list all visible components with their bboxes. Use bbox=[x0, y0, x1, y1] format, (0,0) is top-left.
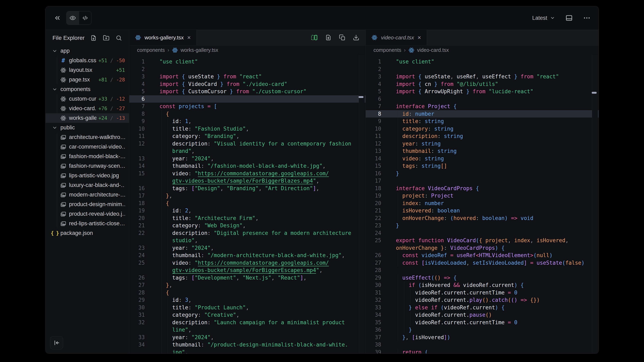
tree-file-package.json[interactable]: { }package.json bbox=[46, 228, 129, 238]
tree-file-video-card.tsx[interactable]: video-card.tsx+76 / -27 bbox=[46, 104, 129, 113]
code-line[interactable]: 29 id: 3, bbox=[129, 296, 366, 304]
code-line[interactable]: 38 bbox=[366, 341, 599, 349]
preview-toggle-button[interactable] bbox=[66, 11, 79, 24]
code-line[interactable]: 27 }, bbox=[129, 281, 366, 289]
version-dropdown[interactable]: Latest bbox=[532, 15, 555, 21]
code-line[interactable]: 15 video: "https://commondatastorage.goo… bbox=[129, 170, 366, 177]
code-line[interactable]: 24 thumbnail: "/modern-architecture-blac… bbox=[129, 252, 366, 259]
tree-file-architecture-walkthro[interactable]: architecture-walkthro… bbox=[46, 132, 129, 142]
tree-file-modern-architecture[interactable]: modern-architecture-… bbox=[46, 190, 129, 200]
file-diff-icon[interactable] bbox=[325, 34, 332, 41]
collapse-sidebar-icon[interactable] bbox=[54, 14, 61, 22]
code-line[interactable]: 34 thumbnail: "/product-design-minimalis… bbox=[129, 341, 366, 349]
code-line[interactable]: 25export function VideoCard({ project, i… bbox=[366, 237, 599, 244]
code-line[interactable]: 20 title: "Architecture Firm", bbox=[129, 214, 366, 222]
code-line[interactable]: 3import { useState } from "react" bbox=[129, 73, 366, 80]
tree-file-page.tsx[interactable]: page.tsx+81 / -28 bbox=[46, 75, 129, 84]
tab-close-icon[interactable]: × bbox=[418, 34, 421, 41]
code-line[interactable]: 34 videoRef.current.pause() bbox=[366, 311, 599, 319]
code-line[interactable]: 27 const [isVideoLoaded, setIsVideoLoade… bbox=[366, 259, 599, 267]
code-line[interactable]: 16 tags: ["Design", "Branding", "Art Dir… bbox=[129, 185, 366, 192]
code-line[interactable]: 12 year: string bbox=[366, 140, 599, 148]
code-line[interactable]: 14 thumbnail: "/fashion-model-black-and-… bbox=[129, 162, 366, 170]
scrollbar-track[interactable] bbox=[592, 55, 598, 354]
code-line[interactable]: 15 tags: string[] bbox=[366, 162, 599, 170]
code-line[interactable]: jpg", bbox=[129, 349, 366, 354]
breadcrumb-folder[interactable]: components bbox=[137, 47, 165, 53]
new-file-icon[interactable] bbox=[90, 35, 97, 41]
tab-works-gallery[interactable]: works-gallery.tsx × bbox=[129, 30, 197, 45]
code-line[interactable]: 22 onHoverChange: (hovered: boolean) => … bbox=[366, 214, 599, 222]
code-line[interactable]: 7const projects = [ bbox=[129, 103, 366, 110]
tree-file-red-lips-artistic-close[interactable]: red-lips-artistic-close… bbox=[46, 219, 129, 228]
code-line[interactable]: studio", bbox=[129, 237, 366, 244]
code-line[interactable]: 39 return ( bbox=[366, 349, 599, 354]
code-line[interactable]: gtv-videos-bucket/sample/ForBiggerEscape… bbox=[129, 267, 366, 274]
code-line[interactable]: line", bbox=[129, 326, 366, 334]
code-line[interactable]: 8 { bbox=[129, 110, 366, 118]
code-line[interactable]: 19 id: 2, bbox=[129, 207, 366, 214]
collapse-panel-button[interactable] bbox=[50, 336, 63, 349]
code-line[interactable]: 11 category: "Branding", bbox=[129, 132, 366, 140]
search-icon[interactable] bbox=[116, 35, 122, 41]
tree-folder-public[interactable]: public bbox=[46, 123, 129, 132]
tree-file-fashion-runway-scen[interactable]: fashion-runway-scen… bbox=[46, 161, 129, 171]
tree-file-globals.css[interactable]: #globals.css+51 / -50 bbox=[46, 56, 129, 65]
code-line[interactable]: 29 useEffect(() => { bbox=[366, 274, 599, 282]
code-line[interactable]: 3import { useState, useRef, useEffect } … bbox=[366, 73, 599, 80]
tree-file-custom-curs[interactable]: custom-curs…+33 / -12 bbox=[46, 94, 129, 104]
code-line[interactable]: 11 description: string bbox=[366, 132, 599, 140]
breadcrumb-folder[interactable]: components bbox=[374, 47, 401, 53]
code-line[interactable]: 30 if (isHovered && videoRef.current) { bbox=[366, 281, 599, 289]
code-line[interactable]: 12 description: "Visual identity for a c… bbox=[129, 140, 366, 148]
copy-icon[interactable] bbox=[339, 34, 346, 41]
code-line[interactable]: 18 { bbox=[129, 200, 366, 207]
code-line[interactable]: 35 videoRef.current.currentTime = 0 bbox=[366, 319, 599, 326]
code-line[interactable]: 7interface Project { bbox=[366, 103, 599, 110]
code-line[interactable]: 23} bbox=[366, 222, 599, 229]
code-line[interactable]: 28 bbox=[366, 267, 599, 274]
download-icon[interactable] bbox=[353, 34, 359, 41]
breadcrumb-file[interactable]: works-gallery.tsx bbox=[181, 47, 218, 53]
tree-file-works-galler[interactable]: works-galler…+24 / -13 bbox=[46, 113, 129, 123]
code-line[interactable]: 22 description: "Digital presence for a … bbox=[129, 229, 366, 237]
code-line[interactable]: 32 videoRef.current.play().catch(() => {… bbox=[366, 296, 599, 304]
ellipsis-menu-icon[interactable] bbox=[583, 14, 590, 22]
code-line[interactable]: 28 { bbox=[129, 289, 366, 297]
scrollbar-track[interactable] bbox=[359, 55, 365, 354]
code-line[interactable]: 26 const videoRef = useRef<HTMLVideoElem… bbox=[366, 252, 599, 259]
code-line[interactable]: 21 isHovered: boolean bbox=[366, 207, 599, 214]
code-editor-video-card[interactable]: 1"use client"23import { useState, useRef… bbox=[366, 55, 599, 354]
scrollbar-thumb[interactable] bbox=[358, 96, 364, 98]
code-line[interactable]: 25 video: "https://commondatastorage.goo… bbox=[129, 259, 366, 267]
tab-close-icon[interactable]: × bbox=[187, 34, 191, 41]
tree-file-lips-artistic-video.jpg[interactable]: lips-artistic-video.jpg bbox=[46, 171, 129, 180]
tree-file-layout.tsx[interactable]: layout.tsx+51 bbox=[46, 65, 129, 75]
code-line[interactable]: 4import { VideoCard } from "./video-card… bbox=[129, 80, 366, 88]
tab-video-card[interactable]: video-card.tsx × bbox=[366, 30, 427, 45]
tree-file-fashion-model-black[interactable]: fashion-model-black-… bbox=[46, 152, 129, 161]
code-line[interactable]: 26 tags: ["Development", "Next.js", "Rea… bbox=[129, 274, 366, 282]
code-line[interactable]: 2 bbox=[129, 65, 366, 73]
code-line[interactable]: 13 thumbnail: string bbox=[366, 147, 599, 155]
tree-folder-app[interactable]: app bbox=[46, 46, 129, 56]
code-line[interactable]: 9 id: 1, bbox=[129, 117, 366, 125]
code-line[interactable]: 37 }, [isHovered]) bbox=[366, 334, 599, 341]
tree-file-luxury-car-black-and[interactable]: luxury-car-black-and-… bbox=[46, 180, 129, 190]
code-line[interactable]: 30 title: "Product Launch", bbox=[129, 304, 366, 311]
code-line[interactable]: 9 title: string bbox=[366, 117, 599, 125]
code-line[interactable]: 33 year: "2024", bbox=[129, 334, 366, 341]
code-line[interactable]: 19 project: Project bbox=[366, 192, 599, 200]
code-toggle-button[interactable] bbox=[79, 11, 91, 24]
tree-file-car-commercial-video[interactable]: car-commercial-video… bbox=[46, 142, 129, 152]
code-line[interactable]: 21 category: "Web Design", bbox=[129, 222, 366, 229]
tree-folder-components[interactable]: components bbox=[46, 84, 129, 94]
code-line[interactable]: 17 bbox=[366, 177, 599, 185]
breadcrumb-file[interactable]: video-card.tsx bbox=[417, 47, 449, 53]
scrollbar-thumb[interactable] bbox=[592, 92, 597, 94]
code-line[interactable]: 5import { CustomCursor } from "./custom-… bbox=[129, 88, 366, 95]
code-line[interactable]: onHoverChange }: VideoCardProps) { bbox=[366, 244, 599, 252]
code-line[interactable]: 10 title: "Fashion Studio", bbox=[129, 125, 366, 133]
code-line[interactable]: 24 bbox=[366, 229, 599, 237]
code-line[interactable]: 20 index: number bbox=[366, 200, 599, 207]
